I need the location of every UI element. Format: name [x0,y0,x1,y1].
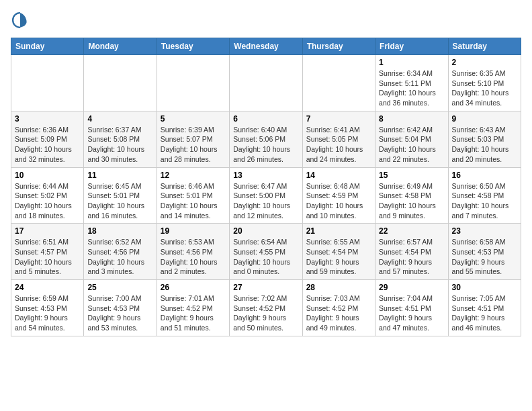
day-info: Sunrise: 6:47 AM Sunset: 5:00 PM Dayligh… [233,181,298,221]
day-info: Sunrise: 6:55 AM Sunset: 4:54 PM Dayligh… [306,237,371,277]
day-info: Sunrise: 6:54 AM Sunset: 4:55 PM Dayligh… [233,237,298,277]
calendar-cell: 25Sunrise: 7:00 AM Sunset: 4:53 PM Dayli… [84,280,157,336]
calendar-cell: 29Sunrise: 7:04 AM Sunset: 4:51 PM Dayli… [375,280,448,336]
day-number: 23 [452,226,517,236]
day-info: Sunrise: 6:37 AM Sunset: 5:08 PM Dayligh… [87,125,152,165]
calendar-cell: 30Sunrise: 7:05 AM Sunset: 4:51 PM Dayli… [448,280,521,336]
day-number: 2 [452,58,517,67]
calendar-cell: 21Sunrise: 6:55 AM Sunset: 4:54 PM Dayli… [302,224,375,280]
day-info: Sunrise: 6:49 AM Sunset: 4:58 PM Dayligh… [379,181,444,221]
calendar-cell [230,55,302,111]
day-info: Sunrise: 7:00 AM Sunset: 4:53 PM Dayligh… [87,293,152,333]
calendar-cell: 11Sunrise: 6:45 AM Sunset: 5:01 PM Dayli… [84,167,157,224]
calendar-cell: 28Sunrise: 7:03 AM Sunset: 4:52 PM Dayli… [302,280,375,336]
calendar-cell: 24Sunrise: 6:59 AM Sunset: 4:53 PM Dayli… [11,280,84,336]
calendar-cell [157,55,229,111]
day-of-week-header: Tuesday [157,38,229,55]
day-number: 10 [15,171,80,180]
day-info: Sunrise: 7:01 AM Sunset: 4:52 PM Dayligh… [161,293,226,333]
day-of-week-header: Sunday [11,38,84,55]
calendar-cell: 17Sunrise: 6:51 AM Sunset: 4:57 PM Dayli… [11,224,84,280]
page-header [11,11,521,30]
day-info: Sunrise: 6:36 AM Sunset: 5:09 PM Dayligh… [15,125,80,165]
day-number: 29 [379,283,444,292]
day-info: Sunrise: 6:52 AM Sunset: 4:56 PM Dayligh… [87,237,152,277]
calendar-cell: 7Sunrise: 6:41 AM Sunset: 5:05 PM Daylig… [302,111,375,167]
calendar-cell: 12Sunrise: 6:46 AM Sunset: 5:01 PM Dayli… [157,167,229,224]
day-number: 18 [87,226,152,236]
calendar-week-row: 3Sunrise: 6:36 AM Sunset: 5:09 PM Daylig… [11,111,521,167]
day-number: 28 [306,283,371,292]
day-info: Sunrise: 6:57 AM Sunset: 4:54 PM Dayligh… [379,237,444,277]
day-info: Sunrise: 6:58 AM Sunset: 4:53 PM Dayligh… [452,237,517,277]
calendar-week-row: 10Sunrise: 6:44 AM Sunset: 5:02 PM Dayli… [11,167,521,224]
logo [11,11,32,30]
calendar-cell: 6Sunrise: 6:40 AM Sunset: 5:06 PM Daylig… [230,111,302,167]
day-number: 14 [306,171,371,180]
day-number: 12 [161,171,226,180]
calendar-week-row: 1Sunrise: 6:34 AM Sunset: 5:11 PM Daylig… [11,55,521,111]
calendar-cell: 19Sunrise: 6:53 AM Sunset: 4:56 PM Dayli… [157,224,229,280]
calendar-cell: 3Sunrise: 6:36 AM Sunset: 5:09 PM Daylig… [11,111,84,167]
day-number: 17 [15,226,80,236]
calendar-cell: 13Sunrise: 6:47 AM Sunset: 5:00 PM Dayli… [230,167,302,224]
day-of-week-header: Saturday [448,38,521,55]
day-number: 8 [379,114,444,124]
day-info: Sunrise: 7:03 AM Sunset: 4:52 PM Dayligh… [306,293,371,333]
calendar-cell: 20Sunrise: 6:54 AM Sunset: 4:55 PM Dayli… [230,224,302,280]
day-of-week-header: Thursday [302,38,375,55]
calendar-cell: 27Sunrise: 7:02 AM Sunset: 4:52 PM Dayli… [230,280,302,336]
calendar-cell: 15Sunrise: 6:49 AM Sunset: 4:58 PM Dayli… [375,167,448,224]
day-info: Sunrise: 6:46 AM Sunset: 5:01 PM Dayligh… [161,181,226,221]
day-number: 21 [306,226,371,236]
calendar-cell: 18Sunrise: 6:52 AM Sunset: 4:56 PM Dayli… [84,224,157,280]
calendar-cell [84,55,157,111]
day-number: 11 [87,171,152,180]
calendar-cell: 16Sunrise: 6:50 AM Sunset: 4:58 PM Dayli… [448,167,521,224]
day-number: 13 [233,171,298,180]
day-info: Sunrise: 6:44 AM Sunset: 5:02 PM Dayligh… [15,181,80,221]
day-info: Sunrise: 6:43 AM Sunset: 5:03 PM Dayligh… [452,125,517,165]
calendar-week-row: 24Sunrise: 6:59 AM Sunset: 4:53 PM Dayli… [11,280,521,336]
calendar-cell: 5Sunrise: 6:39 AM Sunset: 5:07 PM Daylig… [157,111,229,167]
day-number: 25 [87,283,152,292]
day-info: Sunrise: 6:35 AM Sunset: 5:10 PM Dayligh… [452,68,517,108]
day-info: Sunrise: 7:04 AM Sunset: 4:51 PM Dayligh… [379,293,444,333]
calendar-cell: 22Sunrise: 6:57 AM Sunset: 4:54 PM Dayli… [375,224,448,280]
day-info: Sunrise: 6:41 AM Sunset: 5:05 PM Dayligh… [306,125,371,165]
day-info: Sunrise: 6:42 AM Sunset: 5:04 PM Dayligh… [379,125,444,165]
day-number: 19 [161,226,226,236]
day-info: Sunrise: 6:51 AM Sunset: 4:57 PM Dayligh… [15,237,80,277]
day-number: 27 [233,283,298,292]
calendar-cell: 2Sunrise: 6:35 AM Sunset: 5:10 PM Daylig… [448,55,521,111]
day-number: 1 [379,58,444,67]
calendar: SundayMondayTuesdayWednesdayThursdayFrid… [11,38,521,336]
day-of-week-header: Monday [84,38,157,55]
calendar-cell: 14Sunrise: 6:48 AM Sunset: 4:59 PM Dayli… [302,167,375,224]
calendar-cell: 23Sunrise: 6:58 AM Sunset: 4:53 PM Dayli… [448,224,521,280]
logo-icon [11,11,30,30]
calendar-cell [302,55,375,111]
calendar-cell: 8Sunrise: 6:42 AM Sunset: 5:04 PM Daylig… [375,111,448,167]
calendar-cell: 1Sunrise: 6:34 AM Sunset: 5:11 PM Daylig… [375,55,448,111]
calendar-cell: 4Sunrise: 6:37 AM Sunset: 5:08 PM Daylig… [84,111,157,167]
day-number: 7 [306,114,371,124]
day-number: 30 [452,283,517,292]
day-info: Sunrise: 7:02 AM Sunset: 4:52 PM Dayligh… [233,293,298,333]
day-number: 4 [87,114,152,124]
calendar-cell [11,55,84,111]
day-info: Sunrise: 6:39 AM Sunset: 5:07 PM Dayligh… [161,125,226,165]
day-number: 3 [15,114,80,124]
day-number: 24 [15,283,80,292]
day-number: 5 [161,114,226,124]
day-of-week-header: Friday [375,38,448,55]
day-number: 20 [233,226,298,236]
calendar-week-row: 17Sunrise: 6:51 AM Sunset: 4:57 PM Dayli… [11,224,521,280]
day-info: Sunrise: 6:50 AM Sunset: 4:58 PM Dayligh… [452,181,517,221]
day-info: Sunrise: 7:05 AM Sunset: 4:51 PM Dayligh… [452,293,517,333]
calendar-cell: 10Sunrise: 6:44 AM Sunset: 5:02 PM Dayli… [11,167,84,224]
calendar-cell: 9Sunrise: 6:43 AM Sunset: 5:03 PM Daylig… [448,111,521,167]
day-number: 6 [233,114,298,124]
day-number: 15 [379,171,444,180]
day-number: 22 [379,226,444,236]
